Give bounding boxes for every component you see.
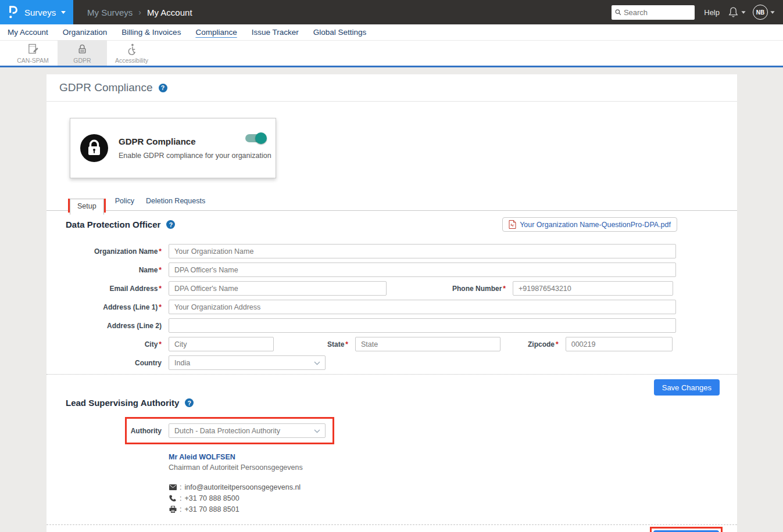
nav-global-settings[interactable]: Global Settings bbox=[313, 28, 367, 37]
nav-organization[interactable]: Organization bbox=[63, 28, 108, 37]
phone-icon bbox=[169, 495, 177, 502]
fax-icon bbox=[169, 506, 177, 513]
dpo-heading-row: Data Protection Officer ? Your Organizat… bbox=[66, 217, 737, 232]
form-row: Email Address* Phone Number* bbox=[47, 281, 737, 296]
nav-billing-invoices[interactable]: Billing & Invoices bbox=[121, 28, 181, 37]
subtab-accessibility[interactable]: Accessibility bbox=[107, 41, 156, 66]
state-label: State* bbox=[327, 340, 348, 348]
organization-name-label: Organization Name* bbox=[47, 247, 162, 256]
save-changes-button[interactable]: Save Changes bbox=[654, 379, 720, 396]
screen: Surveys My Surveys › My Account Help bbox=[0, 0, 783, 532]
product-switcher[interactable]: Surveys bbox=[0, 0, 73, 24]
chevron-down-icon bbox=[770, 11, 774, 14]
chevron-down-icon bbox=[314, 361, 320, 365]
contact-separator: : bbox=[180, 494, 181, 502]
product-label: Surveys bbox=[24, 8, 56, 17]
topbar: Surveys My Surveys › My Account Help bbox=[0, 0, 783, 24]
nav-compliance[interactable]: Compliance bbox=[195, 28, 237, 37]
dpo-heading-text: Data Protection Officer bbox=[66, 220, 160, 229]
phone-number-label: Phone Number* bbox=[452, 285, 506, 293]
authority-contact-role: Chairman of Autoriteit Persoonsgegevens bbox=[169, 463, 737, 472]
authority-label: Authority bbox=[127, 427, 162, 435]
country-select[interactable]: India bbox=[169, 355, 326, 370]
help-link[interactable]: Help bbox=[704, 8, 720, 17]
breadcrumb-separator: › bbox=[138, 8, 141, 17]
pdf-file-name: Your Organization Name-QuestionPro-DPA.p… bbox=[520, 221, 671, 229]
chevron-down-icon bbox=[314, 429, 320, 433]
lock-icon bbox=[76, 43, 88, 55]
address-line2-field[interactable] bbox=[169, 318, 676, 333]
dpo-save-row: Save Changes bbox=[47, 379, 737, 396]
form-row: City* State* Zipcode* bbox=[47, 337, 737, 351]
notifications-menu[interactable] bbox=[728, 6, 746, 18]
authority-contact-card: Mr Aleid WOLFSEN Chairman of Autoriteit … bbox=[169, 453, 737, 513]
subtab-label: CAN-SPAM bbox=[17, 57, 49, 64]
tab-setup[interactable]: Setup bbox=[70, 199, 104, 215]
address-line1-field[interactable] bbox=[169, 300, 676, 314]
tab-deletion-requests[interactable]: Deletion Requests bbox=[146, 197, 205, 210]
breadcrumb-my-surveys[interactable]: My Surveys bbox=[87, 8, 133, 17]
contact-email-line: : info@autoriteitpersoonsgegevens.nl bbox=[169, 483, 737, 491]
lsa-heading: Lead Supervising Authority ? bbox=[66, 398, 194, 408]
help-icon[interactable]: ? bbox=[185, 398, 194, 407]
account-menu[interactable]: NB bbox=[753, 5, 775, 20]
phone-number-field[interactable] bbox=[513, 281, 673, 296]
chevron-down-icon bbox=[61, 11, 66, 14]
help-icon[interactable]: ? bbox=[159, 84, 167, 92]
help-icon[interactable]: ? bbox=[166, 220, 175, 229]
subtab-label: GDPR bbox=[73, 57, 91, 64]
divider bbox=[47, 374, 737, 375]
contact-separator: : bbox=[180, 505, 181, 513]
nav-my-account[interactable]: My Account bbox=[8, 28, 48, 37]
accessibility-icon bbox=[126, 43, 138, 55]
gdpr-compliance-card: GDPR Compliance Enable GDPR compliance f… bbox=[70, 118, 276, 178]
gdpr-toggle[interactable] bbox=[245, 134, 265, 142]
organization-name-field[interactable] bbox=[169, 244, 676, 258]
name-field[interactable] bbox=[169, 263, 676, 277]
search-input[interactable] bbox=[624, 8, 691, 17]
card-description: Enable GDPR compliance for your organiza… bbox=[119, 152, 271, 160]
address-line1-label: Address (Line 1)* bbox=[47, 303, 162, 311]
lsa-heading-row: Lead Supervising Authority ? bbox=[66, 398, 737, 408]
bell-icon bbox=[728, 6, 739, 18]
lsa-save-row: Save Changes bbox=[47, 527, 737, 532]
subtab-can-spam[interactable]: CAN-SPAM bbox=[8, 41, 58, 66]
email-address-label: Email Address* bbox=[47, 285, 162, 293]
topbar-right: Help NB bbox=[612, 5, 783, 20]
tab-policy[interactable]: Policy bbox=[115, 197, 134, 210]
chevron-down-icon bbox=[741, 11, 745, 14]
search-box[interactable] bbox=[612, 5, 695, 20]
authority-select[interactable]: Dutch - Data Protection Authority bbox=[169, 423, 326, 438]
search-icon bbox=[615, 9, 621, 16]
authority-contact-name: Mr Aleid WOLFSEN bbox=[169, 453, 737, 461]
contact-phone: +31 70 888 8500 bbox=[184, 494, 239, 502]
subtab-gdpr[interactable]: GDPR bbox=[58, 41, 107, 66]
country-label: Country bbox=[47, 359, 162, 367]
account-nav: My Account Organization Billing & Invoic… bbox=[0, 24, 783, 41]
form-row: Address (Line 2) bbox=[47, 318, 737, 333]
nav-issue-tracker[interactable]: Issue Tracker bbox=[252, 28, 299, 37]
email-field[interactable] bbox=[169, 281, 387, 296]
page-title-row: GDPR Compliance ? bbox=[47, 74, 737, 102]
state-field[interactable] bbox=[355, 337, 500, 351]
zipcode-field[interactable] bbox=[566, 337, 673, 351]
dpo-heading: Data Protection Officer ? bbox=[66, 220, 175, 229]
lsa-heading-text: Lead Supervising Authority bbox=[66, 398, 179, 408]
divider bbox=[47, 524, 737, 525]
address-line2-label: Address (Line 2) bbox=[47, 322, 162, 330]
contact-email: info@autoriteitpersoonsgegevens.nl bbox=[184, 483, 301, 491]
contact-fax-line: : +31 70 888 8501 bbox=[169, 505, 737, 513]
breadcrumb: My Surveys › My Account bbox=[87, 8, 192, 17]
dpa-pdf-button[interactable]: Your Organization Name-QuestionPro-DPA.p… bbox=[502, 217, 677, 232]
setup-tabs: Setup Policy Deletion Requests bbox=[47, 197, 737, 211]
toggle-knob bbox=[255, 132, 267, 144]
city-label: City* bbox=[47, 340, 162, 348]
contact-fax: +31 70 888 8501 bbox=[184, 505, 239, 513]
questionpro-logo-icon bbox=[8, 5, 19, 20]
authority-selected-value: Dutch - Data Protection Authority bbox=[174, 427, 280, 435]
page-title: GDPR Compliance bbox=[59, 81, 153, 94]
avatar: NB bbox=[753, 5, 768, 20]
city-field[interactable] bbox=[169, 337, 274, 351]
subtab-label: Accessibility bbox=[115, 57, 148, 64]
annotation-box-save: Save Changes bbox=[650, 527, 723, 532]
